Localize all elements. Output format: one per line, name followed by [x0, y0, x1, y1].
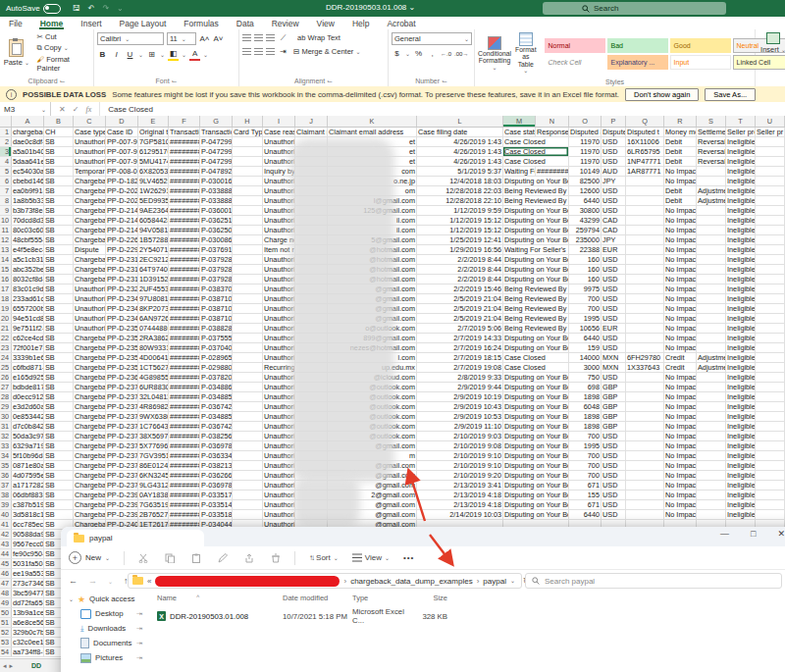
cell[interactable]: No Impact: [664, 402, 697, 411]
cell[interactable]: ########: [169, 334, 200, 342]
cell[interactable]: 2/7/2019 14:33: [417, 334, 503, 342]
cell[interactable]: [233, 216, 263, 225]
cell[interactable]: USD: [602, 147, 626, 156]
cell[interactable]: No Impact: [664, 226, 697, 234]
cell[interactable]: [233, 451, 263, 460]
cell[interactable]: Disputing on Your Be: [503, 402, 569, 411]
cell[interactable]: P-03008653: [200, 235, 233, 244]
sheet-tab[interactable]: DD: [31, 662, 41, 669]
cell[interactable]: ########: [169, 402, 200, 411]
cell[interactable]: [626, 432, 664, 440]
share-icon[interactable]: [244, 553, 254, 563]
cell[interactable]: [756, 343, 785, 352]
cell[interactable]: [626, 471, 664, 480]
format-painter-button[interactable]: 🖌 Format Painter: [37, 55, 90, 73]
cell[interactable]: SB: [44, 363, 74, 372]
cell[interactable]: c62ce4cd-: [12, 334, 44, 342]
cell[interactable]: [756, 255, 785, 264]
cell[interactable]: USD: [602, 314, 626, 323]
cell[interactable]: [233, 481, 263, 490]
cell[interactable]: Ineligible: [726, 422, 756, 431]
cell[interactable]: [756, 314, 785, 323]
cell[interactable]: [756, 216, 785, 225]
cell[interactable]: Chargeba: [74, 481, 106, 490]
cell[interactable]: Unauthori: [263, 471, 295, 480]
col-letter[interactable]: C: [74, 116, 106, 127]
cell[interactable]: No Impact: [664, 265, 697, 274]
cell[interactable]: Chargeba: [74, 383, 106, 391]
cell[interactable]: c6fbd871-: [12, 363, 44, 372]
cell[interactable]: [233, 235, 263, 244]
number-format-select[interactable]: General⌄: [392, 32, 472, 45]
cell[interactable]: 5f10b96d-: [12, 451, 44, 460]
cell[interactable]: 8032cf8d-: [12, 275, 44, 284]
cell[interactable]: [626, 500, 664, 509]
cell[interactable]: PP-D-1828: [106, 177, 138, 185]
cell[interactable]: P-03792808: [200, 255, 233, 264]
row-num[interactable]: 18: [0, 294, 12, 303]
cell[interactable]: [233, 491, 263, 499]
cell[interactable]: PP-007-99: [106, 137, 138, 146]
cell[interactable]: ########: [169, 265, 200, 274]
cell[interactable]: [697, 343, 726, 352]
cell[interactable]: 233ad61c-: [12, 294, 44, 303]
cell[interactable]: c32c0ee1-: [12, 638, 44, 646]
column-header-name[interactable]: Name˄: [151, 594, 283, 602]
cell[interactable]: Disputing on Your Be: [503, 461, 569, 470]
cell[interactable]: Debit: [664, 147, 697, 156]
conditional-formatting-button[interactable]: Conditional Formatting⌄: [478, 36, 511, 72]
cell[interactable]: Ineligible: [726, 137, 756, 146]
cell[interactable]: [697, 216, 726, 225]
cell[interactable]: [233, 226, 263, 234]
col-letter[interactable]: E: [138, 116, 169, 127]
cell[interactable]: 94e51cd8-: [12, 314, 44, 323]
cell[interactable]: Unauthori: [74, 304, 106, 313]
cell[interactable]: Ineligible: [726, 451, 756, 460]
sort-button[interactable]: ↑↓ Sort⌄: [309, 553, 339, 562]
cell[interactable]: 2/13/2019 4:18: [417, 491, 503, 499]
cell[interactable]: P-04729936: [200, 157, 233, 166]
cell[interactable]: PP-D-2377: [106, 451, 138, 460]
cell[interactable]: Ineligible: [726, 284, 756, 293]
title-dropdown-icon[interactable]: ⌄: [409, 3, 416, 12]
cell[interactable]: [626, 177, 664, 185]
cell[interactable]: e4f5e8ec-: [12, 245, 44, 254]
cell[interactable]: SB: [44, 265, 74, 274]
shrink-font-icon[interactable]: A˅: [213, 33, 224, 44]
cell[interactable]: 1/12/2019 15:12: [417, 216, 503, 225]
col-letter[interactable]: S: [697, 116, 726, 127]
cell[interactable]: PP-D-2372: [106, 402, 138, 411]
cell[interactable]: Ineligible: [726, 216, 756, 225]
cell[interactable]: Chargeba: [74, 353, 106, 362]
cell[interactable]: [756, 392, 785, 401]
row-num[interactable]: 1: [0, 128, 12, 136]
sidebar-item[interactable]: Pictures 📌︎: [61, 650, 147, 665]
cell[interactable]: 97U80811:: [138, 294, 169, 303]
cell[interactable]: [756, 334, 785, 342]
cell[interactable]: Waiting Fc: [503, 167, 536, 176]
cell[interactable]: 2/9/2019 10:53: [417, 412, 503, 421]
cancel-icon[interactable]: ✕: [59, 105, 66, 114]
bold-icon[interactable]: B: [97, 49, 108, 60]
cell[interactable]: [626, 481, 664, 490]
cell[interactable]: Ineligible: [726, 177, 756, 185]
cell-style-option[interactable]: Bad: [607, 38, 668, 53]
cell[interactable]: ec54030a-: [12, 167, 44, 176]
cell[interactable]: [756, 471, 785, 480]
cell[interactable]: ########: [169, 235, 200, 244]
cell[interactable]: 155: [569, 491, 602, 499]
cell[interactable]: [233, 206, 263, 215]
cell[interactable]: ########: [169, 392, 200, 401]
row-num[interactable]: 41: [0, 520, 12, 529]
cell[interactable]: 273c7346-: [12, 579, 44, 588]
underline-icon[interactable]: U: [125, 49, 135, 60]
view-button[interactable]: View⌄: [352, 553, 390, 562]
cell[interactable]: Ineligible: [726, 196, 756, 205]
align-left-icon[interactable]: [242, 48, 251, 55]
cell[interactable]: 2/10/2019 9:03: [417, 432, 503, 440]
cell[interactable]: 4/26/2019 1:43: [417, 137, 503, 146]
cell[interactable]: [756, 500, 785, 509]
cell[interactable]: Ineligible: [726, 491, 756, 499]
cell[interactable]: Money mo: [664, 128, 697, 136]
cell[interactable]: Ineligible: [726, 294, 756, 303]
